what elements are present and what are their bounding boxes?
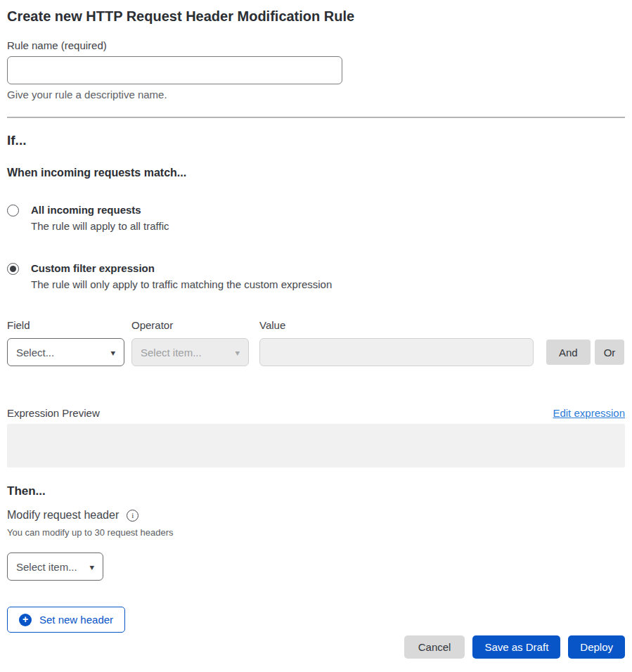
modify-header-help: You can modify up to 30 request headers bbox=[7, 527, 625, 538]
rule-name-input[interactable] bbox=[7, 56, 342, 84]
header-action-select-value: Select item... bbox=[16, 561, 77, 573]
radio-unselected-icon[interactable] bbox=[7, 205, 19, 217]
and-or-group: And Or bbox=[546, 340, 624, 365]
value-input[interactable] bbox=[259, 338, 534, 366]
create-rule-form: Create new HTTP Request Header Modificat… bbox=[0, 0, 632, 659]
rule-name-help: Give your rule a descriptive name. bbox=[7, 89, 625, 101]
edit-expression-link[interactable]: Edit expression bbox=[553, 406, 625, 420]
chevron-down-icon: ▾ bbox=[235, 348, 240, 356]
set-new-header-label: Set new header bbox=[39, 614, 113, 626]
expression-builder-row: Field Select... ▾ Operator Select item..… bbox=[7, 319, 625, 366]
operator-column: Operator Select item... ▾ bbox=[131, 319, 249, 366]
chevron-down-icon: ▾ bbox=[110, 348, 115, 356]
section-divider bbox=[7, 117, 625, 118]
radio-option-custom-expression[interactable]: Custom filter expression The rule will o… bbox=[7, 262, 625, 291]
operator-select[interactable]: Select item... ▾ bbox=[131, 338, 249, 366]
save-as-draft-button[interactable]: Save as Draft bbox=[472, 635, 560, 659]
and-button[interactable]: And bbox=[546, 340, 591, 365]
if-heading: If... bbox=[7, 132, 625, 149]
field-select[interactable]: Select... ▾ bbox=[7, 338, 124, 366]
value-column: Value bbox=[259, 319, 534, 366]
header-action-select[interactable]: Select item... ▾ bbox=[7, 553, 103, 581]
radio-option-text: All incoming requests The rule will appl… bbox=[31, 204, 169, 233]
set-new-header-button[interactable]: + Set new header bbox=[7, 607, 125, 633]
expression-preview-box bbox=[7, 424, 625, 467]
modify-header-label: Modify request header bbox=[7, 509, 119, 522]
radio-option-text: Custom filter expression The rule will o… bbox=[31, 262, 332, 291]
expression-preview-row: Expression Preview Edit expression bbox=[7, 406, 625, 420]
operator-select-value: Select item... bbox=[141, 347, 202, 358]
radio-selected-icon[interactable] bbox=[7, 263, 19, 275]
radio-option-all-requests[interactable]: All incoming requests The rule will appl… bbox=[7, 204, 625, 233]
info-icon[interactable]: i bbox=[127, 510, 138, 522]
footer-actions: Cancel Save as Draft Deploy bbox=[7, 635, 625, 659]
or-button[interactable]: Or bbox=[595, 340, 625, 365]
plus-icon: + bbox=[19, 614, 32, 626]
rule-name-label: Rule name (required) bbox=[7, 39, 625, 51]
value-label: Value bbox=[259, 319, 534, 331]
field-label: Field bbox=[7, 319, 124, 331]
field-select-value: Select... bbox=[16, 347, 54, 358]
operator-label: Operator bbox=[131, 319, 249, 331]
radio-option-label: All incoming requests bbox=[31, 204, 169, 217]
field-column: Field Select... ▾ bbox=[7, 319, 124, 366]
chevron-down-icon: ▾ bbox=[89, 562, 94, 571]
deploy-button[interactable]: Deploy bbox=[568, 635, 625, 659]
then-heading: Then... bbox=[7, 484, 625, 498]
radio-option-description: The rule will apply to all traffic bbox=[31, 220, 169, 233]
radio-option-label: Custom filter expression bbox=[31, 262, 332, 275]
modify-header-row: Modify request header i bbox=[7, 509, 625, 522]
page-title: Create new HTTP Request Header Modificat… bbox=[7, 7, 625, 25]
cancel-button[interactable]: Cancel bbox=[404, 635, 465, 659]
expression-preview-label: Expression Preview bbox=[7, 407, 100, 419]
match-subheading: When incoming requests match... bbox=[7, 166, 625, 180]
radio-option-description: The rule will only apply to traffic matc… bbox=[31, 278, 332, 291]
